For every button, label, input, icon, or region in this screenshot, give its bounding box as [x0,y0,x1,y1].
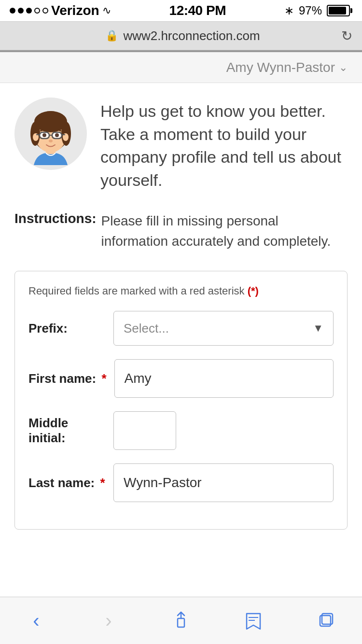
bookmarks-button[interactable] [224,602,282,640]
last-name-input[interactable] [113,463,334,502]
svg-rect-18 [178,618,184,627]
signal-dots [10,8,48,14]
share-button[interactable] [152,602,210,640]
first-name-input[interactable] [114,359,334,398]
dropdown-arrow-icon: ▼ [313,322,323,335]
last-name-control [113,463,334,502]
bookmarks-icon [244,611,263,631]
prefix-label: Prefix: [28,321,106,336]
lock-icon: 🔒 [105,29,118,42]
forward-icon: › [105,610,111,631]
prefix-row: Prefix: Select... ▼ [28,311,334,346]
share-icon [171,611,191,631]
instructions-text: Please fill in missing personal informat… [101,211,348,252]
tabs-button[interactable] [297,602,355,640]
svg-point-16 [55,133,59,137]
battery-fill [329,7,346,14]
url-text: www2.hrconnection.com [123,28,260,43]
first-name-control [114,359,334,398]
last-name-row: Last name: * [28,463,334,502]
intro-text: Help us get to know you better. Take a m… [100,98,348,192]
avatar [14,98,87,170]
battery-body [327,5,350,16]
instructions-label: Instructions: [14,211,97,252]
first-name-required: * [98,371,106,386]
battery-tip [350,8,352,13]
middle-initial-control [113,411,334,450]
last-name-required: * [97,476,105,490]
signal-dot-3 [26,8,32,14]
user-name: Amy Wynn-Pastor [226,60,335,75]
carrier-name: Verizon [51,3,99,18]
user-menu-chevron[interactable]: ⌄ [339,61,348,74]
back-icon: ‹ [33,610,39,631]
status-bar-right: ∗ 97% [284,4,352,17]
user-header: Amy Wynn-Pastor ⌄ [0,52,362,83]
middle-initial-label: Middleinitial: [28,416,106,446]
main-content: Help us get to know you better. Take a m… [0,83,362,539]
intro-section: Help us get to know you better. Take a m… [14,98,348,192]
prefix-control: Select... ▼ [113,311,334,346]
bottom-toolbar: ‹ › [0,597,362,644]
middle-initial-input[interactable] [113,411,176,450]
signal-dot-4 [34,8,40,14]
svg-point-17 [49,140,53,142]
avatar-image [19,102,82,165]
tabs-icon [316,611,335,631]
signal-dot-2 [18,8,24,14]
required-note: Required fields are marked with a red as… [28,285,334,297]
required-asterisk: (*) [248,285,259,297]
form-card: Required fields are marked with a red as… [14,271,348,530]
signal-dot-1 [10,8,15,14]
first-name-row: First name: * [28,359,334,398]
svg-point-15 [42,133,46,137]
prefix-placeholder: Select... [124,321,169,336]
url-bar-content: 🔒 www2.hrconnection.com [24,28,341,43]
refresh-icon[interactable]: ↻ [341,28,352,44]
prefix-select[interactable]: Select... ▼ [113,311,334,346]
forward-button[interactable]: › [80,602,138,640]
status-bar: Verizon ∿ 12:40 PM ∗ 97% [0,0,362,21]
status-bar-left: Verizon ∿ [10,3,111,18]
wifi-icon: ∿ [102,4,111,17]
battery-indicator [327,5,352,16]
bluetooth-icon: ∗ [284,4,294,17]
instructions-section: Instructions: Please fill in missing per… [14,211,348,252]
signal-dot-5 [42,8,48,14]
last-name-label: Last name: * [28,476,106,490]
status-time: 12:40 PM [169,3,226,18]
back-button[interactable]: ‹ [7,602,65,640]
url-bar[interactable]: 🔒 www2.hrconnection.com ↻ [0,21,362,50]
first-name-label: First name: * [28,371,107,386]
battery-percentage: 97% [299,4,322,17]
middle-initial-row: Middleinitial: [28,411,334,450]
